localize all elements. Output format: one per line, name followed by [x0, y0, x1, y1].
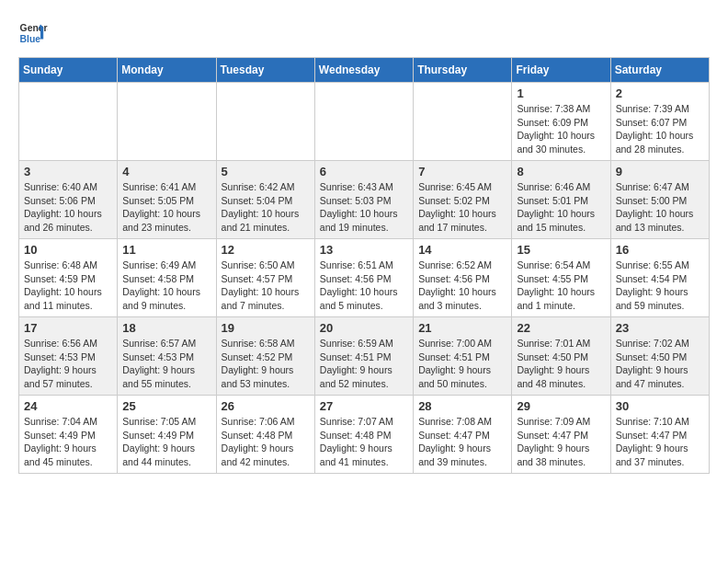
calendar-cell: 15Sunrise: 6:54 AM Sunset: 4:55 PM Dayli…	[512, 239, 610, 317]
calendar-cell: 8Sunrise: 6:46 AM Sunset: 5:01 PM Daylig…	[512, 161, 610, 239]
day-number: 13	[320, 243, 408, 257]
calendar-week-row: 17Sunrise: 6:56 AM Sunset: 4:53 PM Dayli…	[19, 317, 710, 396]
day-info: Sunrise: 6:46 AM Sunset: 5:01 PM Dayligh…	[517, 180, 605, 235]
day-number: 3	[24, 165, 112, 178]
calendar-cell	[216, 83, 314, 161]
day-info: Sunrise: 6:59 AM Sunset: 4:51 PM Dayligh…	[320, 337, 408, 391]
weekday-header: Thursday	[414, 58, 512, 83]
svg-text:Blue: Blue	[20, 34, 41, 44]
calendar-cell: 26Sunrise: 7:06 AM Sunset: 4:48 PM Dayli…	[216, 396, 314, 474]
day-number: 17	[24, 321, 112, 335]
day-number: 15	[517, 243, 605, 257]
day-number: 14	[418, 243, 506, 257]
calendar-cell	[414, 83, 512, 161]
calendar-cell: 3Sunrise: 6:40 AM Sunset: 5:06 PM Daylig…	[19, 161, 118, 239]
calendar-cell: 22Sunrise: 7:01 AM Sunset: 4:50 PM Dayli…	[512, 317, 610, 396]
day-number: 16	[616, 243, 704, 257]
calendar-cell: 30Sunrise: 7:10 AM Sunset: 4:47 PM Dayli…	[610, 396, 709, 474]
day-number: 9	[616, 165, 704, 178]
day-info: Sunrise: 7:06 AM Sunset: 4:48 PM Dayligh…	[222, 415, 310, 469]
calendar-week-row: 10Sunrise: 6:48 AM Sunset: 4:59 PM Dayli…	[19, 239, 710, 317]
calendar-week-row: 3Sunrise: 6:40 AM Sunset: 5:06 PM Daylig…	[19, 161, 710, 239]
day-info: Sunrise: 6:56 AM Sunset: 4:53 PM Dayligh…	[24, 337, 112, 391]
logo: General Blue	[18, 18, 48, 48]
day-info: Sunrise: 7:04 AM Sunset: 4:49 PM Dayligh…	[24, 415, 112, 469]
calendar-cell: 20Sunrise: 6:59 AM Sunset: 4:51 PM Dayli…	[314, 317, 413, 396]
day-info: Sunrise: 7:05 AM Sunset: 4:49 PM Dayligh…	[122, 415, 210, 469]
day-number: 7	[418, 165, 506, 178]
calendar-cell: 23Sunrise: 7:02 AM Sunset: 4:50 PM Dayli…	[610, 317, 709, 396]
day-number: 21	[418, 321, 506, 335]
weekday-header: Tuesday	[216, 58, 314, 83]
day-info: Sunrise: 7:02 AM Sunset: 4:50 PM Dayligh…	[616, 337, 704, 391]
calendar-week-row: 24Sunrise: 7:04 AM Sunset: 4:49 PM Dayli…	[19, 396, 710, 474]
logo-icon: General Blue	[18, 18, 48, 48]
weekday-header: Monday	[118, 58, 216, 83]
calendar-cell: 2Sunrise: 7:39 AM Sunset: 6:07 PM Daylig…	[610, 83, 709, 161]
calendar-week-row: 1Sunrise: 7:38 AM Sunset: 6:09 PM Daylig…	[19, 83, 710, 161]
calendar-cell: 28Sunrise: 7:08 AM Sunset: 4:47 PM Dayli…	[414, 396, 512, 474]
calendar-cell: 16Sunrise: 6:55 AM Sunset: 4:54 PM Dayli…	[610, 239, 709, 317]
calendar-cell: 14Sunrise: 6:52 AM Sunset: 4:56 PM Dayli…	[414, 239, 512, 317]
day-number: 5	[222, 165, 310, 178]
calendar-cell: 21Sunrise: 7:00 AM Sunset: 4:51 PM Dayli…	[414, 317, 512, 396]
day-number: 29	[517, 399, 605, 413]
calendar-cell: 1Sunrise: 7:38 AM Sunset: 6:09 PM Daylig…	[512, 83, 610, 161]
day-info: Sunrise: 7:08 AM Sunset: 4:47 PM Dayligh…	[418, 415, 506, 469]
day-number: 20	[320, 321, 408, 335]
calendar-cell: 4Sunrise: 6:41 AM Sunset: 5:05 PM Daylig…	[118, 161, 216, 239]
day-info: Sunrise: 7:01 AM Sunset: 4:50 PM Dayligh…	[517, 337, 605, 391]
day-info: Sunrise: 6:52 AM Sunset: 4:56 PM Dayligh…	[418, 259, 506, 313]
day-info: Sunrise: 6:40 AM Sunset: 5:06 PM Dayligh…	[24, 180, 112, 235]
calendar-cell: 19Sunrise: 6:58 AM Sunset: 4:52 PM Dayli…	[216, 317, 314, 396]
calendar-cell: 29Sunrise: 7:09 AM Sunset: 4:47 PM Dayli…	[512, 396, 610, 474]
day-number: 26	[222, 399, 310, 413]
day-number: 22	[517, 321, 605, 335]
calendar-cell: 9Sunrise: 6:47 AM Sunset: 5:00 PM Daylig…	[610, 161, 709, 239]
calendar-cell	[118, 83, 216, 161]
day-number: 28	[418, 399, 506, 413]
calendar-cell	[19, 83, 118, 161]
calendar-cell: 7Sunrise: 6:45 AM Sunset: 5:02 PM Daylig…	[414, 161, 512, 239]
day-info: Sunrise: 6:41 AM Sunset: 5:05 PM Dayligh…	[122, 180, 210, 235]
day-info: Sunrise: 7:09 AM Sunset: 4:47 PM Dayligh…	[517, 415, 605, 469]
day-info: Sunrise: 7:38 AM Sunset: 6:09 PM Dayligh…	[517, 102, 605, 156]
day-info: Sunrise: 6:43 AM Sunset: 5:03 PM Dayligh…	[320, 180, 408, 235]
svg-text:General: General	[20, 23, 48, 33]
day-number: 11	[122, 243, 210, 257]
calendar-cell: 24Sunrise: 7:04 AM Sunset: 4:49 PM Dayli…	[19, 396, 118, 474]
weekday-header: Sunday	[19, 58, 118, 83]
weekday-header: Saturday	[610, 58, 709, 83]
day-number: 23	[616, 321, 704, 335]
day-info: Sunrise: 6:42 AM Sunset: 5:04 PM Dayligh…	[222, 180, 310, 235]
day-info: Sunrise: 6:58 AM Sunset: 4:52 PM Dayligh…	[222, 337, 310, 391]
day-number: 6	[320, 165, 408, 178]
day-number: 30	[616, 399, 704, 413]
day-info: Sunrise: 6:50 AM Sunset: 4:57 PM Dayligh…	[222, 259, 310, 313]
calendar-cell: 6Sunrise: 6:43 AM Sunset: 5:03 PM Daylig…	[314, 161, 413, 239]
weekday-header-row: SundayMondayTuesdayWednesdayThursdayFrid…	[19, 58, 710, 83]
calendar-cell: 10Sunrise: 6:48 AM Sunset: 4:59 PM Dayli…	[19, 239, 118, 317]
day-number: 27	[320, 399, 408, 413]
calendar-cell: 17Sunrise: 6:56 AM Sunset: 4:53 PM Dayli…	[19, 317, 118, 396]
day-info: Sunrise: 7:39 AM Sunset: 6:07 PM Dayligh…	[616, 102, 704, 156]
day-number: 8	[517, 165, 605, 178]
weekday-header: Wednesday	[314, 58, 413, 83]
day-number: 2	[616, 86, 704, 100]
day-info: Sunrise: 6:57 AM Sunset: 4:53 PM Dayligh…	[122, 337, 210, 391]
day-number: 19	[222, 321, 310, 335]
day-info: Sunrise: 7:07 AM Sunset: 4:48 PM Dayligh…	[320, 415, 408, 469]
calendar-cell: 18Sunrise: 6:57 AM Sunset: 4:53 PM Dayli…	[118, 317, 216, 396]
day-info: Sunrise: 6:47 AM Sunset: 5:00 PM Dayligh…	[616, 180, 704, 235]
day-info: Sunrise: 6:51 AM Sunset: 4:56 PM Dayligh…	[320, 259, 408, 313]
calendar-cell: 12Sunrise: 6:50 AM Sunset: 4:57 PM Dayli…	[216, 239, 314, 317]
day-number: 24	[24, 399, 112, 413]
calendar-cell: 25Sunrise: 7:05 AM Sunset: 4:49 PM Dayli…	[118, 396, 216, 474]
day-info: Sunrise: 6:48 AM Sunset: 4:59 PM Dayligh…	[24, 259, 112, 313]
day-number: 25	[122, 399, 210, 413]
calendar-cell: 13Sunrise: 6:51 AM Sunset: 4:56 PM Dayli…	[314, 239, 413, 317]
day-number: 12	[222, 243, 310, 257]
calendar-cell: 27Sunrise: 7:07 AM Sunset: 4:48 PM Dayli…	[314, 396, 413, 474]
day-number: 4	[122, 165, 210, 178]
day-info: Sunrise: 6:45 AM Sunset: 5:02 PM Dayligh…	[418, 180, 506, 235]
